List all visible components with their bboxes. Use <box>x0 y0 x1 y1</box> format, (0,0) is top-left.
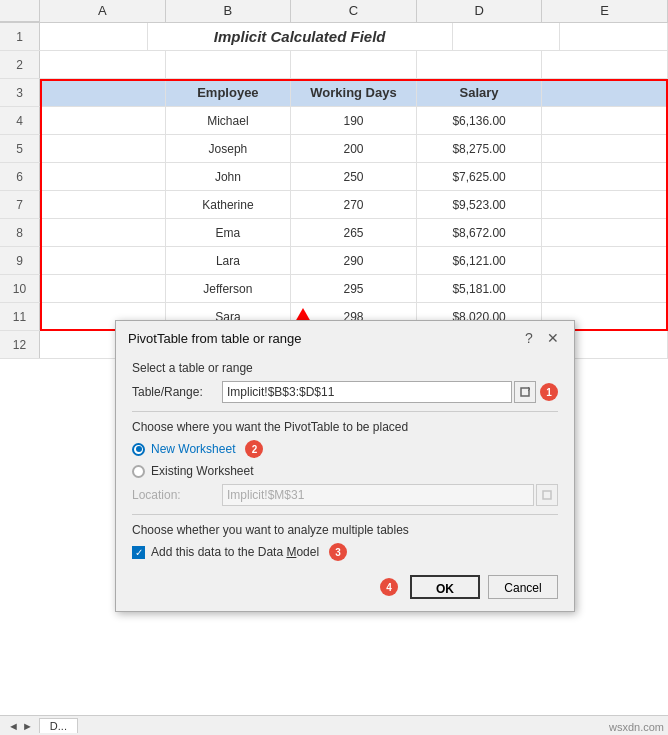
table-range-label: Table/Range: <box>132 385 222 399</box>
location-btn[interactable] <box>536 484 558 506</box>
dialog-title-icons: ? ✕ <box>520 329 562 347</box>
radio-existing-label: Existing Worksheet <box>151 464 254 478</box>
section3-label: Choose whether you want to analyze multi… <box>132 523 558 537</box>
help-icon[interactable]: ? <box>520 329 538 347</box>
table-range-input[interactable] <box>222 381 512 403</box>
tab-nav-arrows[interactable]: ◄ ► <box>8 720 33 732</box>
row-7: 7 Katherine 270 $9,523.00 <box>0 191 668 219</box>
add-data-model-row: ✓ Add this data to the Data Model 3 <box>132 543 558 561</box>
column-headers: A B C D E <box>0 0 668 23</box>
section2-label: Choose where you want the PivotTable to … <box>132 420 558 434</box>
spreadsheet: A B C D E 1 Implicit Calculated Field 2 … <box>0 0 668 359</box>
badge-4: 4 <box>380 578 398 596</box>
col-a: A <box>40 0 166 22</box>
location-row: Location: <box>132 484 558 506</box>
col-d: D <box>417 0 543 22</box>
col-c: C <box>291 0 417 22</box>
checkbox-label: Add this data to the Data Model <box>151 545 319 559</box>
dialog-body: Select a table or range Table/Range: 1 C… <box>116 353 574 611</box>
radio-new-label: New Worksheet <box>151 442 235 456</box>
pivot-dialog: PivotTable from table or range ? ✕ Selec… <box>115 320 575 612</box>
cancel-button[interactable]: Cancel <box>488 575 558 599</box>
row-3: 3 Employee Working Days Salary <box>0 79 668 107</box>
section1-label: Select a table or range <box>132 361 558 375</box>
add-data-model-checkbox[interactable]: ✓ <box>132 546 145 559</box>
col-b: B <box>166 0 292 22</box>
row-4: 4 Michael 190 $6,136.00 <box>0 107 668 135</box>
watermark: wsxdn.com <box>609 721 664 733</box>
row-2: 2 <box>0 51 668 79</box>
close-icon[interactable]: ✕ <box>544 329 562 347</box>
row-5: 5 Joseph 200 $8,275.00 <box>0 135 668 163</box>
dialog-title: PivotTable from table or range <box>128 331 301 346</box>
table-range-btn[interactable] <box>514 381 536 403</box>
row-9: 9 Lara 290 $6,121.00 <box>0 247 668 275</box>
radio-existing-worksheet[interactable] <box>132 465 145 478</box>
row-1: 1 Implicit Calculated Field <box>0 23 668 51</box>
radio-new-worksheet-row: New Worksheet 2 <box>132 440 558 458</box>
ok-button[interactable]: OK <box>410 575 480 599</box>
data-table: 3 Employee Working Days Salary 4 Michael… <box>0 79 668 331</box>
row-6: 6 John 250 $7,625.00 <box>0 163 668 191</box>
badge-3: 3 <box>329 543 347 561</box>
row-10: 10 Jefferson 295 $5,181.00 <box>0 275 668 303</box>
badge-1: 1 <box>540 383 558 401</box>
row-8: 8 Ema 265 $8,672.00 <box>0 219 668 247</box>
dialog-footer: 4 OK Cancel <box>132 571 558 599</box>
sheet-tab-d[interactable]: D... <box>39 718 78 733</box>
badge-2: 2 <box>245 440 263 458</box>
table-range-row: Table/Range: 1 <box>132 381 558 403</box>
sheet-tabs: ◄ ► D... <box>0 715 668 735</box>
radio-existing-worksheet-row: Existing Worksheet <box>132 464 558 478</box>
location-label: Location: <box>132 488 222 502</box>
location-input[interactable] <box>222 484 534 506</box>
col-e: E <box>542 0 668 22</box>
corner-cell <box>0 0 40 22</box>
dialog-titlebar: PivotTable from table or range ? ✕ <box>116 321 574 353</box>
radio-new-worksheet[interactable] <box>132 443 145 456</box>
